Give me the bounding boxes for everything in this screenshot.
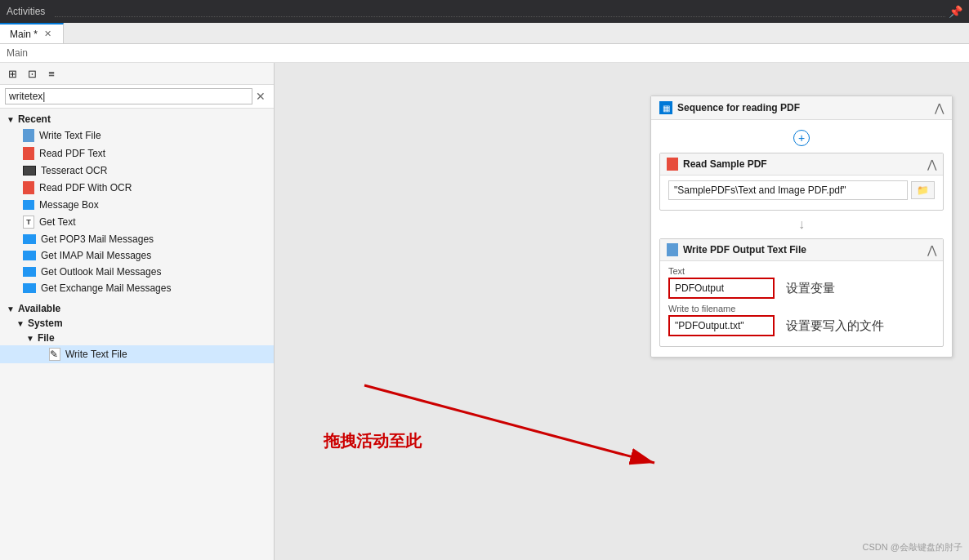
toolbar-collapse-icon[interactable]: ⊡ xyxy=(25,66,39,81)
pdf-icon xyxy=(23,147,34,160)
list-item[interactable]: Tesseract OCR xyxy=(0,162,274,179)
plus-connector-top: + xyxy=(659,127,944,149)
recent-arrow-icon: ▼ xyxy=(7,115,15,124)
mail-icon xyxy=(23,234,36,244)
arrow-down-connector: ↓ xyxy=(659,214,944,235)
item-label: Get Exchange Mail Messages xyxy=(41,282,171,294)
item-label: Tesseract OCR xyxy=(41,165,107,176)
workflow-container: ▦ Sequence for reading PDF ⋀ + Read Samp… xyxy=(650,96,953,358)
write-collapse-icon[interactable]: ⋀ xyxy=(927,243,936,256)
write-activity-header: Write PDF Output Text File ⋀ xyxy=(660,239,943,261)
available-label: Available xyxy=(18,303,60,314)
write-activity-title: Write PDF Output Text File xyxy=(683,244,922,256)
read-field-input[interactable] xyxy=(668,180,908,200)
file-annotation: 设置要写入的文件 xyxy=(786,318,884,334)
screen-icon xyxy=(23,166,36,176)
item-label: Write Text File xyxy=(39,130,101,141)
left-panel: ⊞ ⊡ ≡ ✕ ▼ Recent Write Text File Read PD… xyxy=(0,63,275,560)
available-section-header[interactable]: ▼ Available xyxy=(0,301,274,316)
msg-icon xyxy=(23,200,34,210)
recent-section-header[interactable]: ▼ Recent xyxy=(0,112,274,127)
list-item[interactable]: T Get Text xyxy=(0,213,274,231)
search-input[interactable] xyxy=(5,88,252,104)
file-arrow-icon: ▼ xyxy=(26,334,34,343)
file-section-header[interactable]: ▼ File xyxy=(0,331,274,345)
write-text-file-item[interactable]: ✎ Write Text File xyxy=(0,345,274,363)
doc-icon xyxy=(23,129,34,142)
pin-icon[interactable]: 📌 xyxy=(949,5,962,18)
toolbar-expand-icon[interactable]: ⊞ xyxy=(5,66,20,81)
item-label: Message Box xyxy=(39,199,99,211)
search-box: ✕ xyxy=(0,85,274,109)
activities-toolbar: ⊞ ⊡ ≡ xyxy=(0,63,274,85)
recent-label: Recent xyxy=(18,113,51,125)
item-label: Get Outlook Mail Messages xyxy=(41,266,161,278)
sequence-collapse-icon[interactable]: ⋀ xyxy=(935,101,944,114)
list-item[interactable]: Get IMAP Mail Messages xyxy=(0,247,274,264)
write-to-field-row: 设置要写入的文件 xyxy=(668,315,935,336)
write-pdf-icon xyxy=(667,243,678,256)
read-pdf-icon xyxy=(667,158,678,171)
tab-bar: Main * ✕ xyxy=(0,23,969,44)
top-bar: Activities 📌 xyxy=(0,0,969,23)
var-annotation: 设置变量 xyxy=(786,281,835,296)
list-item[interactable]: Get POP3 Mail Messages xyxy=(0,231,274,247)
item-label: Write Text File xyxy=(65,349,127,360)
tab-close-icon[interactable]: ✕ xyxy=(42,29,53,39)
breadcrumb: Main xyxy=(0,44,969,63)
plus-button-top[interactable]: + xyxy=(793,130,810,146)
read-activity-title: Read Sample PDF xyxy=(683,158,922,170)
text-field-input[interactable] xyxy=(668,278,775,299)
mail-icon3 xyxy=(23,267,36,277)
main-canvas: 拖拽活动至此 ▦ Sequence for reading PDF ⋀ + xyxy=(275,63,969,560)
item-label: Get POP3 Mail Messages xyxy=(41,233,154,245)
text-label: Text xyxy=(668,266,935,276)
sequence-header: ▦ Sequence for reading PDF ⋀ xyxy=(651,96,952,120)
list-item[interactable]: Get Exchange Mail Messages xyxy=(0,280,274,296)
item-label: Read PDF Text xyxy=(39,148,105,159)
sequence-title: Sequence for reading PDF xyxy=(677,102,930,113)
sequence-icon: ▦ xyxy=(659,101,672,114)
list-item[interactable]: Read PDF Text xyxy=(0,144,274,162)
system-arrow-icon: ▼ xyxy=(16,319,25,328)
content-area: ⊞ ⊡ ≡ ✕ ▼ Recent Write Text File Read PD… xyxy=(0,63,969,560)
read-field-row: 📁 xyxy=(668,180,935,200)
sequence-box: ▦ Sequence for reading PDF ⋀ + Read Samp… xyxy=(650,96,953,358)
search-clear-icon[interactable]: ✕ xyxy=(252,90,269,103)
text-field-row: 设置变量 xyxy=(668,278,935,299)
system-section-header[interactable]: ▼ System xyxy=(0,316,274,331)
system-label: System xyxy=(28,318,63,329)
item-label: Get Text xyxy=(39,216,75,228)
write-icon: ✎ xyxy=(49,348,60,361)
top-bar-divider xyxy=(55,6,945,17)
list-item[interactable]: Write Text File xyxy=(0,127,274,144)
item-label: Get IMAP Mail Messages xyxy=(41,250,151,261)
list-item[interactable]: Read PDF With OCR xyxy=(0,179,274,197)
sequence-body: + Read Sample PDF ⋀ 📁 xyxy=(651,120,952,357)
watermark: CSDN @会敲键盘的肘子 xyxy=(863,541,962,553)
file-label: File xyxy=(38,332,55,344)
activity-tree: ▼ Recent Write Text File Read PDF Text T… xyxy=(0,109,274,560)
tab-main-label: Main * xyxy=(10,29,38,40)
activities-panel-title: Activities xyxy=(7,6,45,17)
write-activity-body: Text 设置变量 Write to filename 设置要写入的文件 xyxy=(660,261,943,346)
mail-icon4 xyxy=(23,283,36,293)
item-label: Read PDF With OCR xyxy=(39,182,132,193)
pdf-icon2 xyxy=(23,181,34,194)
write-to-label: Write to filename xyxy=(668,304,935,313)
read-activity-header: Read Sample PDF ⋀ xyxy=(660,153,943,176)
read-sample-pdf-box: Read Sample PDF ⋀ 📁 xyxy=(659,153,944,211)
read-browse-button[interactable]: 📁 xyxy=(911,181,935,199)
drag-annotation: 拖拽活动至此 xyxy=(324,430,422,452)
list-item[interactable]: Message Box xyxy=(0,197,274,213)
read-activity-body: 📁 xyxy=(660,176,943,210)
mail-icon2 xyxy=(23,251,36,260)
toolbar-filter-icon[interactable]: ≡ xyxy=(44,66,59,81)
list-item[interactable]: Get Outlook Mail Messages xyxy=(0,264,274,280)
read-collapse-icon[interactable]: ⋀ xyxy=(927,158,936,171)
write-to-field-input[interactable] xyxy=(668,315,775,336)
available-arrow-icon: ▼ xyxy=(7,304,15,313)
tab-main[interactable]: Main * ✕ xyxy=(0,23,64,43)
t-icon: T xyxy=(23,216,34,229)
write-activity-box: Write PDF Output Text File ⋀ Text 设置变量 W… xyxy=(659,238,944,347)
